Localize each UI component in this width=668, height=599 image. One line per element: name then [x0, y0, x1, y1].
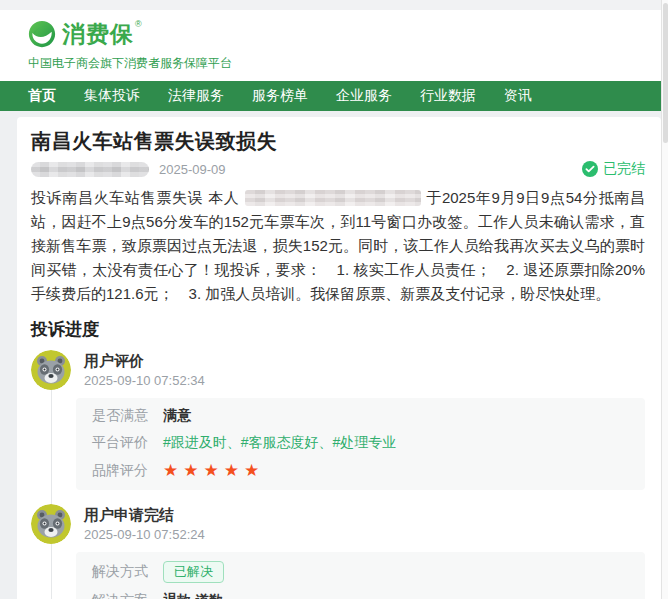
complaint-date: 2025-09-09 [159, 162, 226, 177]
satisfaction-value: 满意 [163, 407, 191, 425]
timeline-item-user-evaluation: 用户评价 2025-09-10 07:52:34 是否满意 满意 平台评价 #跟… [31, 350, 645, 490]
page-title: 南昌火车站售票失误致损失 [31, 129, 645, 153]
timeline-item-title: 用户申请完结 [84, 506, 205, 523]
satisfaction-row: 是否满意 满意 [92, 407, 629, 425]
nav-item-industry-data[interactable]: 行业数据 [420, 87, 476, 105]
main-nav: 首页 集体投诉 法律服务 服务榜单 企业服务 行业数据 资讯 [0, 81, 668, 111]
timeline-item-titles: 用户申请完结 2025-09-10 07:52:24 [84, 506, 205, 542]
resolved-badge: 已解决 [163, 561, 224, 583]
site-subtitle: 中国电子商会旗下消费者服务保障平台 [28, 55, 668, 72]
resolution-plan-row: 解决方案 退款,道歉 [92, 592, 629, 599]
scrollbar[interactable] [661, 0, 668, 599]
progress-timeline: 用户评价 2025-09-10 07:52:34 是否满意 满意 平台评价 #跟… [31, 350, 645, 599]
timeline-item-head: 用户申请完结 2025-09-10 07:52:24 [31, 504, 645, 544]
resolution-box: 解决方式 已解决 解决方案 退款,道歉 [76, 552, 645, 599]
brand-score-label: 品牌评分 [92, 462, 148, 480]
brand-score-row: 品牌评分 ★★★★★ [92, 461, 629, 481]
satisfaction-label: 是否满意 [92, 407, 148, 425]
platform-rating-tags[interactable]: #跟进及时、#客服态度好、#处理专业 [163, 434, 396, 452]
timeline-item-head: 用户评价 2025-09-10 07:52:34 [31, 350, 645, 390]
brand-swirl-icon [28, 20, 56, 48]
nav-item-service-rankings[interactable]: 服务榜单 [252, 87, 308, 105]
status-badge: 已完结 [582, 160, 645, 178]
resolution-plan-label: 解决方案 [92, 592, 148, 599]
user-avatar-icon [31, 504, 71, 544]
timeline-item-user-completion: 用户申请完结 2025-09-10 07:52:24 解决方式 已解决 解决方案… [31, 504, 645, 599]
timeline-item-timestamp: 2025-09-10 07:52:24 [84, 527, 205, 542]
star-rating: ★★★★★ [163, 461, 264, 481]
registered-mark: ® [135, 19, 142, 29]
top-strip [0, 0, 668, 10]
body-text-before-redaction: 投诉南昌火车站售票失误 本人 [31, 189, 240, 206]
progress-heading: 投诉进度 [31, 320, 645, 340]
evaluation-box: 是否满意 满意 平台评价 #跟进及时、#客服态度好、#处理专业 品牌评分 ★★★… [76, 398, 645, 490]
timeline-item-title: 用户评价 [84, 352, 205, 369]
nav-item-enterprise-services[interactable]: 企业服务 [336, 87, 392, 105]
complaint-meta: 2025-09-09 已完结 [31, 161, 645, 177]
check-circle-icon [582, 161, 598, 177]
resolution-method-label: 解决方式 [92, 563, 148, 581]
redacted-username [31, 162, 149, 177]
timeline-item-titles: 用户评价 2025-09-10 07:52:34 [84, 352, 205, 388]
timeline-item-timestamp: 2025-09-10 07:52:34 [84, 373, 205, 388]
logo[interactable]: 消费保 ® [28, 18, 668, 50]
complaint-card: 南昌火车站售票失误致损失 2025-09-09 已完结 投诉南昌火车站售票失误 … [17, 117, 661, 599]
site-header: 消费保 ® 中国电子商会旗下消费者服务保障平台 [0, 10, 668, 81]
platform-rating-row: 平台评价 #跟进及时、#客服态度好、#处理专业 [92, 434, 629, 452]
nav-item-news[interactable]: 资讯 [504, 87, 532, 105]
resolution-plan-value: 退款,道歉 [163, 592, 223, 599]
nav-item-home[interactable]: 首页 [28, 87, 56, 105]
platform-rating-label: 平台评价 [92, 434, 148, 452]
resolution-method-row: 解决方式 已解决 [92, 561, 629, 583]
redacted-id-inline [245, 190, 421, 206]
logo-text: 消费保 [62, 19, 134, 50]
status-label: 已完结 [603, 160, 645, 178]
scrollbar-thumb[interactable] [663, 3, 668, 143]
nav-item-collective-complaints[interactable]: 集体投诉 [84, 87, 140, 105]
user-avatar-icon [31, 350, 71, 390]
complaint-body: 投诉南昌火车站售票失误 本人于2025年9月9日9点54分抵南昌站，因赶不上9点… [31, 186, 645, 306]
nav-item-legal-services[interactable]: 法律服务 [168, 87, 224, 105]
